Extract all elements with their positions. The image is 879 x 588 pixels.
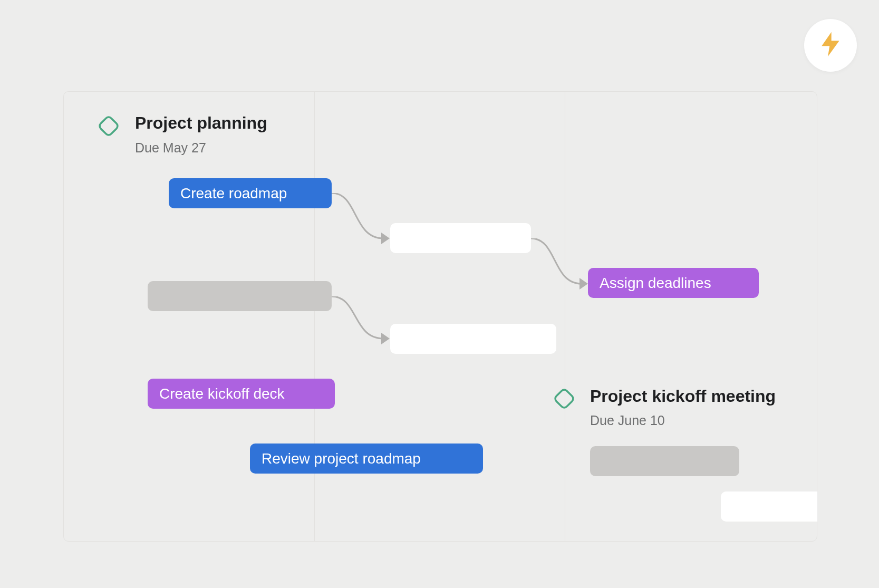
task-create-roadmap[interactable]: Create roadmap — [169, 178, 332, 208]
milestone-kickoff-due: Due June 10 — [590, 413, 665, 428]
dependency-connector — [332, 296, 394, 343]
milestone-diamond-icon — [551, 385, 577, 412]
task-placeholder[interactable] — [390, 223, 531, 253]
milestone-kickoff-title[interactable]: Project kickoff meeting — [590, 387, 776, 406]
column-divider — [565, 92, 565, 541]
task-placeholder[interactable] — [721, 491, 817, 522]
column-divider — [314, 92, 315, 541]
task-assign-deadlines[interactable]: Assign deadlines — [588, 268, 759, 298]
svg-rect-0 — [98, 115, 119, 137]
milestone-planning-due: Due May 27 — [135, 140, 206, 156]
task-create-kickoff-deck[interactable]: Create kickoff deck — [148, 379, 335, 409]
arrow-right-icon — [381, 333, 390, 344]
automation-fab[interactable] — [804, 19, 857, 72]
task-placeholder[interactable] — [148, 281, 332, 311]
task-review-roadmap[interactable]: Review project roadmap — [250, 444, 483, 474]
timeline-board: Project planning Due May 27 Create roadm… — [63, 91, 817, 542]
dependency-connector — [332, 193, 394, 243]
lightning-icon — [820, 32, 841, 59]
dependency-connector — [531, 238, 591, 288]
milestone-planning-title[interactable]: Project planning — [135, 113, 267, 133]
task-placeholder[interactable] — [390, 324, 556, 354]
svg-rect-1 — [554, 388, 575, 409]
arrow-right-icon — [381, 233, 390, 244]
milestone-diamond-icon — [95, 113, 122, 139]
task-placeholder[interactable] — [590, 446, 739, 476]
arrow-right-icon — [579, 278, 588, 290]
